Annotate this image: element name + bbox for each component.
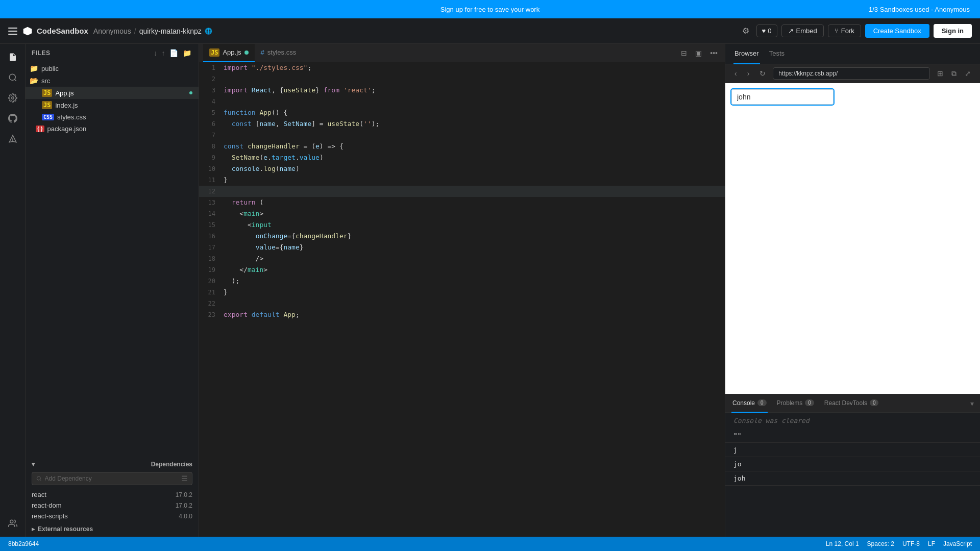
file-item-appjs[interactable]: JS App.js bbox=[26, 87, 199, 99]
problems-tab-label: Problems bbox=[777, 399, 803, 407]
line-num-5: 5 bbox=[199, 107, 224, 118]
preview-input[interactable] bbox=[731, 89, 834, 105]
heart-button[interactable]: ♥ 0 bbox=[756, 24, 777, 37]
dep-section-header[interactable]: ▾ Dependencies bbox=[32, 457, 192, 472]
settings-button[interactable]: ⚙ bbox=[739, 23, 752, 39]
code-line-18: 18 /> bbox=[199, 253, 725, 264]
activity-settings[interactable] bbox=[4, 89, 22, 107]
console-tab-console[interactable]: Console 0 bbox=[731, 394, 768, 413]
external-resources-section[interactable]: ▸ External resources bbox=[26, 521, 199, 537]
tab-tests[interactable]: Tests bbox=[768, 44, 786, 64]
line-content-22 bbox=[224, 298, 725, 309]
line-content-23: export default App; bbox=[224, 309, 725, 320]
refresh-button[interactable]: ↻ bbox=[756, 68, 769, 79]
code-line-19: 19 </main> bbox=[199, 264, 725, 276]
line-content-12 bbox=[224, 186, 725, 197]
console-tab-problems[interactable]: Problems 0 bbox=[776, 394, 815, 413]
chevron-down-deps: ▾ bbox=[32, 461, 35, 468]
split-view-button[interactable]: ⧉ bbox=[948, 68, 960, 80]
new-folder-icon[interactable]: 📁 bbox=[182, 48, 193, 58]
back-button[interactable]: ‹ bbox=[731, 68, 740, 79]
line-num-21: 21 bbox=[199, 287, 224, 298]
tab-browser[interactable]: Browser bbox=[733, 44, 760, 64]
tab-styles[interactable]: # styles.css bbox=[255, 44, 303, 62]
tab-hash-icon: # bbox=[261, 48, 264, 56]
console-entry-0: "" bbox=[725, 429, 980, 443]
more-options-button[interactable]: ••• bbox=[707, 47, 721, 59]
activity-users[interactable] bbox=[4, 514, 22, 533]
line-content-21: } bbox=[224, 287, 725, 298]
line-num-8: 8 bbox=[199, 141, 224, 152]
sort-up-icon[interactable]: ↑ bbox=[161, 48, 167, 58]
line-content-14: <main> bbox=[224, 208, 725, 219]
file-item-indexjs[interactable]: JS index.js bbox=[26, 99, 199, 111]
breadcrumb-user[interactable]: Anonymous bbox=[93, 27, 131, 35]
forward-button[interactable]: › bbox=[744, 68, 753, 79]
file-name-styles: styles.css bbox=[57, 113, 86, 121]
browser-nav-bar: ‹ › ↻ ⊞ ⧉ ⤢ bbox=[725, 64, 980, 83]
file-name-src: src bbox=[41, 77, 50, 85]
breadcrumb-sandbox[interactable]: quirky-matan-kknpz bbox=[139, 27, 202, 35]
logo-icon bbox=[22, 26, 33, 36]
line-num-4: 4 bbox=[199, 96, 224, 107]
status-encoding: UTF-8 bbox=[902, 540, 920, 547]
sidebar: Files ↓ ↑ 📄 📁 📁 public 📂 src JS App. bbox=[26, 44, 199, 537]
editor-area: JS App.js # styles.css ⊟ ▣ ••• 1 import … bbox=[199, 44, 725, 537]
fork-button[interactable]: ⑂ Fork bbox=[828, 24, 861, 37]
activity-files[interactable] bbox=[4, 48, 22, 66]
status-lang: JavaScript bbox=[943, 540, 972, 547]
line-content-11: } bbox=[224, 174, 725, 186]
sort-down-icon[interactable]: ↓ bbox=[153, 48, 159, 58]
file-name-indexjs: index.js bbox=[55, 102, 78, 109]
code-line-20: 20 ); bbox=[199, 276, 725, 287]
url-bar[interactable] bbox=[773, 67, 930, 80]
console-expand-icon[interactable]: ▾ bbox=[970, 399, 974, 408]
activity-github[interactable] bbox=[4, 109, 22, 128]
line-content-19: </main> bbox=[224, 264, 725, 276]
open-new-window-button[interactable]: ⊞ bbox=[934, 68, 946, 80]
line-content-20: ); bbox=[224, 276, 725, 287]
line-num-1: 1 bbox=[199, 62, 224, 73]
signin-button[interactable]: Sign in bbox=[934, 24, 972, 38]
breadcrumb-separator: / bbox=[134, 27, 136, 35]
code-line-6: 6 const [name, SetName] = useState(''); bbox=[199, 118, 725, 130]
file-item-styles[interactable]: CSS styles.css bbox=[26, 111, 199, 123]
split-editor-button[interactable]: ⊟ bbox=[678, 47, 690, 59]
status-position: Ln 12, Col 1 bbox=[826, 540, 859, 547]
dep-item-react: react 17.0.2 bbox=[32, 489, 192, 500]
tab-appjs[interactable]: JS App.js bbox=[203, 44, 255, 62]
line-num-11: 11 bbox=[199, 174, 224, 186]
fullscreen-button[interactable]: ⤢ bbox=[962, 68, 974, 80]
code-line-15: 15 <input bbox=[199, 219, 725, 231]
fork-label: Fork bbox=[841, 27, 854, 35]
svg-point-0 bbox=[9, 74, 15, 80]
banner-right-text: 1/3 Sandboxes used - Anonymous bbox=[869, 6, 970, 13]
heart-count: 0 bbox=[768, 27, 771, 35]
tab-label-appjs: App.js bbox=[223, 48, 241, 56]
activity-search[interactable] bbox=[4, 68, 22, 87]
code-editor[interactable]: 1 import "./styles.css"; 2 3 import Reac… bbox=[199, 62, 725, 537]
line-content-5: function App() { bbox=[224, 107, 725, 118]
dependencies-section: ▾ Dependencies ☰ react 17.0.2 react-dom … bbox=[26, 457, 199, 521]
line-content-8: const changeHandler = (e) => { bbox=[224, 141, 725, 152]
console-tab-devtools[interactable]: React DevTools 0 bbox=[823, 394, 880, 413]
console-cleared-text: Console was cleared bbox=[725, 413, 980, 429]
file-item-public[interactable]: 📁 public bbox=[26, 62, 199, 74]
line-num-15: 15 bbox=[199, 219, 224, 231]
dep-list-icon[interactable]: ☰ bbox=[181, 474, 188, 483]
hamburger-menu[interactable] bbox=[8, 28, 17, 35]
embed-button[interactable]: ↗ Embed bbox=[781, 24, 824, 37]
create-sandbox-button[interactable]: Create Sandbox bbox=[865, 24, 929, 38]
line-num-2: 2 bbox=[199, 73, 224, 85]
code-line-22: 22 bbox=[199, 298, 725, 309]
new-file-icon[interactable]: 📄 bbox=[168, 48, 180, 58]
activity-deploy[interactable] bbox=[4, 130, 22, 148]
dep-search-input[interactable] bbox=[45, 475, 178, 482]
preview-button[interactable]: ▣ bbox=[692, 47, 705, 59]
svg-line-5 bbox=[40, 480, 41, 481]
problems-badge: 0 bbox=[805, 399, 814, 406]
app-logo: CodeSandbox bbox=[22, 26, 88, 36]
file-item-src[interactable]: 📂 src bbox=[26, 74, 199, 87]
file-item-packagejson[interactable]: { } package.json bbox=[26, 123, 199, 135]
line-num-23: 23 bbox=[199, 309, 224, 320]
